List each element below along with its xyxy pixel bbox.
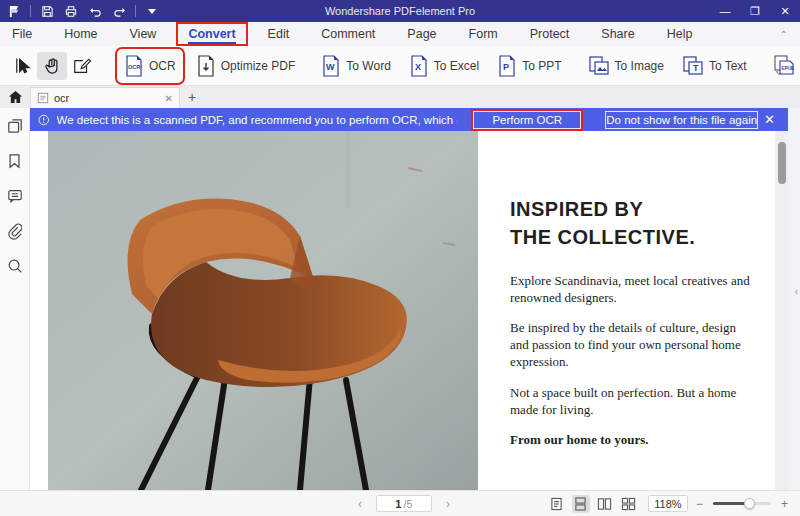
hand-icon [42,56,62,76]
to-text-button[interactable]: T To Text [677,51,752,81]
redo-icon[interactable] [111,3,127,19]
next-page-icon[interactable]: › [446,497,450,511]
menu-protect[interactable]: Protect [520,24,580,44]
zoom-slider-thumb[interactable] [744,498,755,509]
right-panel-expander-chevron[interactable]: ‹ [795,286,798,297]
pdf-paragraph: Explore Scandinavia, meet local creative… [510,272,758,306]
pdf-closing-line: From our home to yours. [510,432,758,448]
banner-message: We detect this is a scanned PDF, and rec… [57,114,458,126]
to-excel-button[interactable]: X To Excel [404,51,484,81]
customize-toolbar-caret-icon[interactable] [144,3,160,19]
thumbnails-panel-icon[interactable] [5,116,25,136]
print-icon[interactable] [63,3,79,19]
app-logo-icon [6,3,22,19]
two-page-view-icon[interactable] [596,495,614,513]
current-page: 1 [395,498,401,510]
home-icon [8,90,23,104]
svg-text:T: T [693,63,699,73]
edit-icon [72,56,92,76]
to-image-button[interactable]: To Image [583,51,669,81]
perform-ocr-button[interactable]: Perform OCR [473,111,581,129]
info-icon [38,113,50,127]
menu-edit[interactable]: Edit [258,24,300,44]
banner-close-icon[interactable]: ✕ [758,112,781,127]
to-text-label: To Text [709,59,747,73]
scrollbar-thumb[interactable] [778,142,786,184]
bookmarks-panel-icon[interactable] [5,151,25,171]
to-word-label: To Word [346,59,390,73]
app-window: Wondershare PDFelement Pro — ❐ ✕ File Ho… [0,0,800,516]
to-excel-icon: X [409,55,429,77]
save-icon[interactable] [39,3,55,19]
svg-text:X: X [415,62,421,72]
ribbon-collapse-icon[interactable]: ⌃ [780,29,788,40]
optimize-pdf-button[interactable]: Optimize PDF [191,51,301,81]
pdf-page[interactable]: INSPIRED BY THE COLLECTIVE. Explore Scan… [30,131,770,490]
svg-text:P: P [503,62,509,72]
to-word-button[interactable]: W To Word [316,51,395,81]
close-button[interactable]: ✕ [770,0,800,22]
convert-toolbar: OCR OCR Optimize PDF W To Word X To Ex [0,46,800,86]
edit-tool-button[interactable] [67,52,97,80]
new-tab-button[interactable]: + [180,86,204,108]
status-bar: ‹ 1 /5 › 118% − [0,490,800,516]
pdf-text-block: INSPIRED BY THE COLLECTIVE. Explore Scan… [510,195,758,448]
to-excel-label: To Excel [434,59,479,73]
zoom-level-box[interactable]: 118% [648,495,688,512]
maximize-button[interactable]: ❐ [740,0,770,22]
menu-form[interactable]: Form [459,24,508,44]
to-epub-button[interactable]: EPUB [768,50,800,81]
grid-view-icon[interactable] [620,495,638,513]
to-word-icon: W [321,55,341,77]
comments-panel-icon[interactable] [5,186,25,206]
search-panel-icon[interactable] [5,256,25,276]
zoom-out-button[interactable]: − [694,497,705,511]
left-panel-sidebar [0,108,30,490]
vertical-scrollbar[interactable] [775,131,788,490]
zoom-slider-fill [713,502,747,505]
minimize-button[interactable]: — [710,0,740,22]
titlebar-separator [30,5,31,17]
pdf-heading-line2: THE COLLECTIVE. [510,223,758,251]
ocr-notification-banner: We detect this is a scanned PDF, and rec… [30,108,793,131]
single-page-view-icon[interactable] [548,495,566,513]
page-number-box[interactable]: 1 /5 [376,495,432,512]
menu-comment[interactable]: Comment [311,24,385,44]
to-ppt-button[interactable]: P To PPT [492,51,566,81]
view-tools: 118% − + [548,495,790,513]
menu-home[interactable]: Home [54,24,107,44]
to-ppt-icon: P [497,55,517,77]
pdf-heading-line1: INSPIRED BY [510,195,758,223]
home-tab-button[interactable] [0,86,30,108]
previous-page-icon[interactable]: ‹ [358,497,362,511]
total-pages: /5 [403,498,412,510]
document-tab[interactable]: ocr ✕ [30,87,180,108]
ocr-button[interactable]: OCR OCR [119,51,181,81]
svg-text:EPUB: EPUB [781,66,794,71]
menu-convert[interactable]: Convert [178,24,245,44]
chair-photo [48,131,478,490]
tab-bar: ocr ✕ + [0,86,800,108]
menu-page[interactable]: Page [397,24,446,44]
zoom-slider[interactable] [713,502,771,505]
menu-share[interactable]: Share [591,24,644,44]
menu-bar: File Home View Convert Edit Comment Page… [0,22,800,46]
title-bar: Wondershare PDFelement Pro — ❐ ✕ [0,0,800,22]
titlebar-separator [135,5,136,17]
to-epub-icon: EPUB [773,54,796,77]
menu-help[interactable]: Help [657,24,703,44]
menu-file[interactable]: File [2,24,42,44]
ocr-icon: OCR [124,55,144,77]
optimize-pdf-icon [196,55,216,77]
continuous-view-icon[interactable] [572,495,590,513]
menu-view[interactable]: View [120,24,167,44]
select-tool-button[interactable] [8,52,37,80]
to-text-icon: T [682,55,704,77]
do-not-show-button[interactable]: Do not show for this file again [605,111,758,129]
attachments-panel-icon[interactable] [5,221,25,241]
select-arrow-icon [13,56,32,76]
tab-close-icon[interactable]: ✕ [165,93,173,104]
hand-tool-button[interactable] [37,52,67,80]
zoom-in-button[interactable]: + [779,497,790,511]
undo-icon[interactable] [87,3,103,19]
